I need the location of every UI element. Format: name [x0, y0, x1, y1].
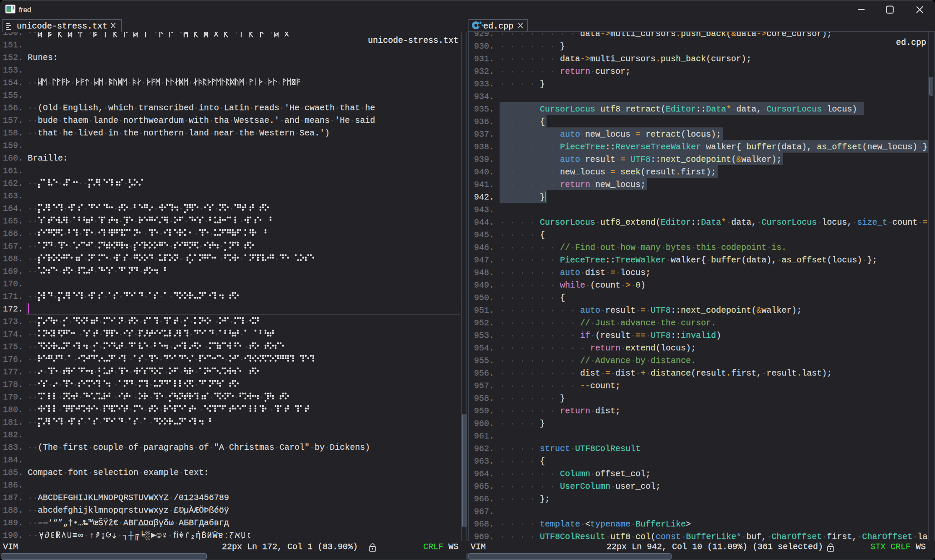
svg-text:?: ? — [180, 532, 182, 537]
